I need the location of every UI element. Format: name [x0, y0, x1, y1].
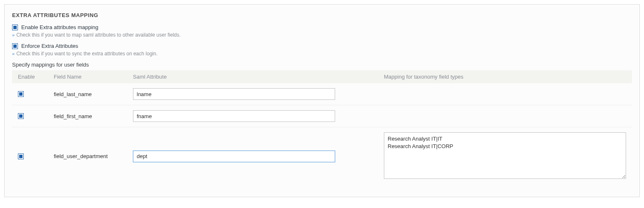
enable-mapping-checkbox[interactable] — [12, 25, 18, 30]
header-taxonomy: Mapping for taxonomy field types — [384, 74, 626, 80]
taxonomy-mapping-textarea[interactable] — [384, 132, 626, 179]
header-saml-attribute: Saml Attribute — [133, 74, 384, 80]
header-enable: Enable — [18, 74, 54, 80]
enable-mapping-hint-text: Check this if you want to map saml attri… — [16, 32, 180, 38]
mappings-subhead: Specify mappings for user fields — [12, 62, 632, 68]
row-field-name: field_user_department — [54, 153, 133, 159]
row-enable-checkbox[interactable] — [18, 154, 24, 159]
chevron-double-icon: » — [12, 32, 14, 37]
chevron-double-icon: » — [12, 51, 14, 56]
row-enable-checkbox[interactable] — [18, 113, 24, 119]
panel-title: EXTRA ATTRIBUTES MAPPING — [12, 12, 632, 18]
header-field-name: Field Name — [54, 74, 133, 80]
extra-attributes-panel: EXTRA ATTRIBUTES MAPPING Enable Extra at… — [4, 4, 640, 197]
row-field-name: field_first_name — [54, 113, 133, 119]
table-header-row: Enable Field Name Saml Attribute Mapping… — [12, 70, 632, 83]
enforce-attrs-label: Enforce Extra Attributes — [21, 43, 78, 49]
row-enable-checkbox[interactable] — [18, 91, 24, 97]
saml-attribute-input[interactable] — [133, 88, 335, 100]
table-row: field_user_department — [12, 127, 632, 185]
table-row: field_last_name — [12, 83, 632, 105]
enable-mapping-hint: » Check this if you want to map saml att… — [12, 32, 632, 38]
saml-attribute-input[interactable] — [133, 110, 335, 122]
mappings-table: Enable Field Name Saml Attribute Mapping… — [12, 70, 632, 185]
row-field-name: field_last_name — [54, 91, 133, 97]
enforce-attrs-hint-text: Check this if you want to sync the extra… — [16, 51, 158, 57]
saml-attribute-input[interactable] — [133, 151, 335, 162]
enforce-attrs-checkbox[interactable] — [12, 43, 18, 49]
table-row: field_first_name — [12, 105, 632, 127]
enable-mapping-label: Enable Extra attributes mapping — [21, 24, 98, 30]
enforce-attrs-hint: » Check this if you want to sync the ext… — [12, 51, 632, 57]
